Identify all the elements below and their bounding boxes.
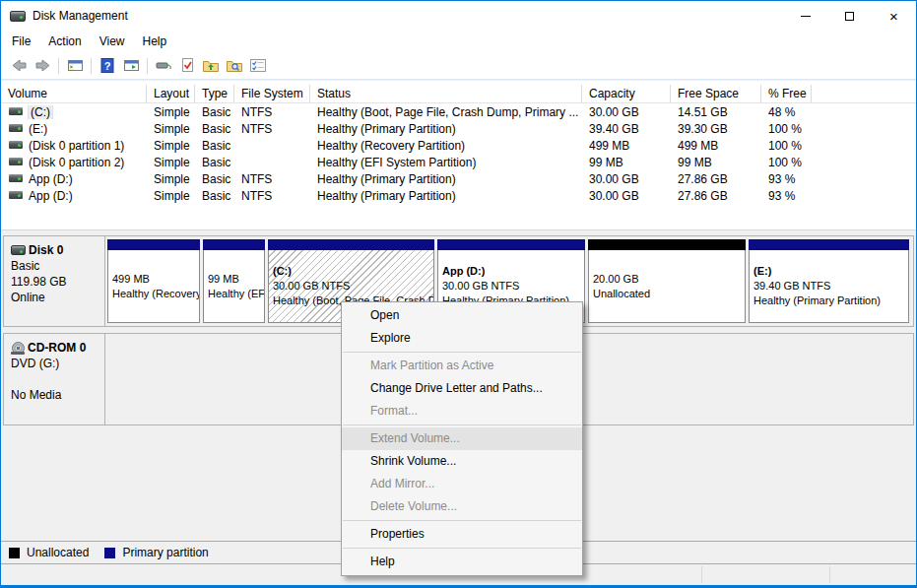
type-cell: Basic (195, 105, 234, 119)
partition-color-bar (268, 239, 434, 250)
maximize-button[interactable] (827, 1, 872, 31)
toolbar-separator (91, 58, 92, 74)
free-space-cell: 99 MB (671, 156, 761, 169)
file-system-cell: NTFS (234, 122, 310, 136)
layout-cell: Simple (147, 156, 195, 169)
pct-free-cell: 93 % (761, 172, 812, 186)
unallocated-swatch (9, 548, 20, 558)
status-cell: Healthy (Recovery Partition) (310, 139, 582, 153)
show-console-tree-button[interactable] (63, 55, 87, 77)
volume-name: (Disk 0 partition 1) (29, 139, 124, 153)
volume-icon (9, 158, 23, 165)
partition-color-bar (588, 239, 746, 250)
show-action-pane-button[interactable] (119, 55, 143, 77)
column-header-pct-free[interactable]: % Free (761, 85, 812, 102)
volume-name: (C:) (29, 105, 52, 119)
volume-icon (9, 191, 23, 199)
cdrom-label[interactable]: CD-ROM 0 DVD (G:) No Media (4, 334, 105, 425)
table-row[interactable]: App (D:) Simple Basic NTFS Healthy (Prim… (1, 170, 916, 187)
type-cell: Basic (195, 156, 234, 169)
partition-e[interactable]: (E:) 39.40 GB NTFS Healthy (Primary Part… (749, 239, 909, 323)
partition-size: 39.40 GB NTFS (753, 279, 908, 294)
minimize-icon (801, 16, 811, 17)
column-header-free-space[interactable]: Free Space (671, 85, 761, 102)
status-cell: Healthy (Boot, Page File, Crash Dump, Pr… (310, 105, 582, 119)
maximize-icon (845, 12, 854, 21)
check-document-button[interactable] (175, 55, 199, 77)
cdrom-type: DVD (G:) (11, 356, 98, 371)
menu-item-open[interactable]: Open (342, 304, 582, 327)
minimize-button[interactable] (783, 1, 827, 31)
file-system-cell: NTFS (234, 172, 310, 186)
partition-efi[interactable]: 99 MB Healthy (EFI System Partition) (203, 239, 265, 323)
status-cell: Healthy (Primary Partition) (310, 122, 582, 136)
cdrom-name: CD-ROM 0 (28, 340, 86, 356)
column-header-status[interactable]: Status (310, 85, 582, 102)
back-icon (11, 57, 28, 74)
rescan-disks-button[interactable] (152, 55, 175, 77)
help-button[interactable]: ? (96, 55, 119, 77)
table-row[interactable]: (Disk 0 partition 1) Simple Basic Health… (1, 137, 916, 154)
volume-name: (E:) (29, 122, 47, 136)
menu-separator (343, 425, 581, 425)
disk0-size: 119.98 GB (11, 274, 98, 290)
forward-button[interactable] (31, 55, 54, 77)
menu-action[interactable]: Action (39, 32, 90, 51)
table-row[interactable]: (Disk 0 partition 2) Simple Basic Health… (1, 154, 916, 170)
menu-item-properties[interactable]: Properties (342, 523, 582, 546)
column-header-layout[interactable]: Layout (147, 85, 195, 102)
table-row[interactable]: (E:) Simple Basic NTFS Healthy (Primary … (1, 120, 916, 137)
folder-up-button[interactable] (199, 55, 223, 77)
table-row[interactable]: (C:) Simple Basic NTFS Healthy (Boot, Pa… (1, 103, 916, 120)
toolbar: ? (1, 52, 916, 80)
table-row[interactable]: App (D:) Simple Basic NTFS Healthy (Prim… (1, 187, 916, 204)
column-header-capacity[interactable]: Capacity (582, 85, 671, 102)
folder-search-button[interactable] (223, 55, 246, 77)
layout-cell: Simple (147, 189, 195, 203)
partition-status: Unallocated (593, 287, 745, 301)
menu-separator (343, 548, 581, 549)
partition-name: (E:) (753, 264, 908, 279)
status-bar-separator (701, 566, 702, 583)
capacity-cell: 499 MB (582, 139, 671, 153)
partition-unallocated[interactable]: 20.00 GB Unallocated (588, 239, 746, 323)
status-cell: Healthy (EFI System Partition) (310, 156, 582, 169)
menu-item-mark-partition-active[interactable]: Mark Partition as Active (342, 355, 582, 377)
properties-list-button[interactable] (246, 55, 270, 77)
menu-help[interactable]: Help (134, 32, 176, 51)
layout-cell: Simple (147, 172, 195, 186)
partition-recovery[interactable]: 499 MB Healthy (Recovery Partition) (107, 239, 200, 323)
status-cell: Healthy (Primary Partition) (310, 189, 582, 203)
menu-item-delete-volume[interactable]: Delete Volume... (342, 495, 582, 518)
close-button[interactable]: × (872, 1, 916, 31)
partition-color-bar (203, 239, 265, 250)
menu-item-add-mirror[interactable]: Add Mirror... (342, 473, 582, 495)
file-system-cell: NTFS (234, 105, 310, 119)
app-disk-icon (10, 11, 26, 22)
free-space-cell: 27.86 GB (671, 172, 761, 186)
menu-item-explore[interactable]: Explore (342, 327, 582, 350)
menu-item-help[interactable]: Help (342, 551, 582, 573)
capacity-cell: 99 MB (582, 156, 671, 169)
menu-item-change-drive-letter[interactable]: Change Drive Letter and Paths... (342, 377, 582, 400)
column-header-volume[interactable]: Volume (1, 85, 147, 102)
partition-size: 99 MB (208, 272, 264, 287)
rescan-disks-icon (155, 57, 172, 74)
menu-item-extend-volume[interactable]: Extend Volume... (342, 427, 582, 450)
type-cell: Basic (195, 189, 234, 203)
toolbar-separator (147, 58, 148, 74)
layout-cell: Simple (147, 105, 195, 119)
disk0-label[interactable]: Disk 0 Basic 119.98 GB Online (4, 236, 105, 326)
partition-color-bar (437, 239, 585, 250)
column-header-file-system[interactable]: File System (234, 85, 310, 102)
volume-icon (9, 174, 23, 182)
column-header-type[interactable]: Type (195, 85, 234, 102)
folder-search-icon (226, 57, 243, 74)
back-button[interactable] (7, 55, 31, 77)
partition-status: Healthy (Primary Partition) (753, 294, 908, 308)
menu-view[interactable]: View (91, 32, 134, 51)
menu-file[interactable]: File (3, 32, 39, 51)
status-bar-separator (829, 566, 830, 583)
menu-item-shrink-volume[interactable]: Shrink Volume... (342, 450, 582, 473)
menu-item-format[interactable]: Format... (342, 400, 582, 423)
